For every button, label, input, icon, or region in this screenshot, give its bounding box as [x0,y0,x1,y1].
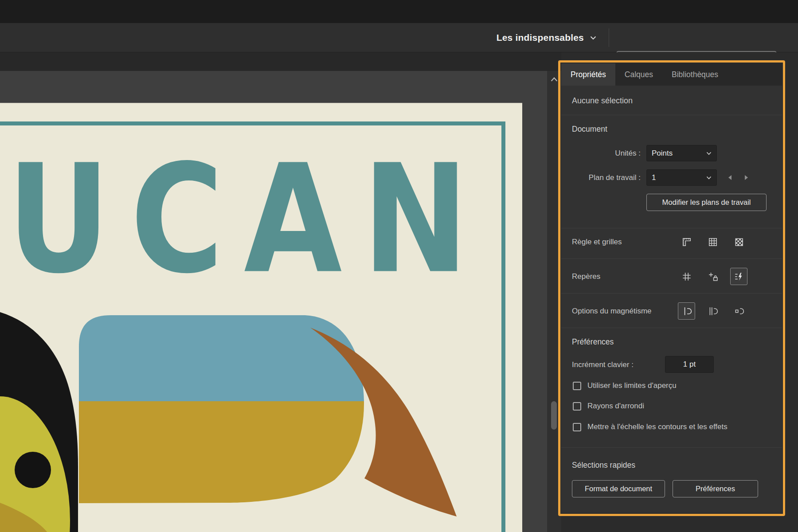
poster-frame-right [501,121,505,532]
selection-status: Aucune sélection [572,96,633,105]
poster-frame-top [0,121,505,125]
app-toolbar: Les indispensables [0,23,798,52]
guides-icon [681,271,692,282]
corner-radius-label: Rayons d'arrondi [587,402,644,411]
divider [561,447,782,448]
section-title-quick-actions: Sélections rapides [572,461,635,469]
toucan-eye [15,452,51,488]
divider [561,328,782,328]
previous-artboard-icon[interactable] [727,174,732,181]
vertical-scrollbar-thumb[interactable] [551,401,557,430]
units-dropdown[interactable]: Points [646,145,717,161]
keyboard-increment-input[interactable]: 1 pt [665,356,714,373]
divider [561,228,782,228]
smart-guides-button[interactable] [730,268,747,285]
units-value: Points [652,149,673,158]
snap-to-grid-icon [708,306,718,317]
corner-radius-checkbox-row[interactable]: Rayons d'arrondi [573,401,644,411]
edit-artboards-button[interactable]: Modifier les plans de travail [646,194,767,211]
checkbox-unchecked[interactable] [573,382,581,390]
rulers-grids-label: Règle et grilles [572,238,622,246]
artboard[interactable]: UCAN [0,103,522,532]
keyboard-increment-label: Incrément clavier : [572,360,634,369]
artboard-label: Plan de travail : [589,173,641,182]
show-guides-button[interactable] [678,268,695,285]
toucan-beak-lower [79,401,364,503]
grid-icon [708,237,718,247]
smart-guides-icon [734,271,744,282]
poster-headline: UCAN [7,145,489,294]
snap-to-point-icon [681,306,692,317]
scale-strokes-effects-label: Mettre à l'échelle les contours et les e… [587,422,728,431]
preview-bounds-checkbox-row[interactable]: Utiliser les limites d'aperçu [573,380,677,391]
artboard-dropdown[interactable]: 1 [646,169,717,186]
divider [561,293,782,293]
section-title-document: Document [572,125,607,133]
units-label: Unités : [615,149,641,158]
checkbox-unchecked[interactable] [573,423,581,431]
next-artboard-icon[interactable] [744,174,749,181]
toggle-transparency-grid-button[interactable] [730,233,747,250]
illustrator-window: Les indispensables » [0,0,798,532]
chevron-down-icon [706,152,712,155]
corner-ruler-icon [681,237,692,247]
keyboard-increment-value: 1 pt [683,360,696,369]
chevron-down-icon [590,35,596,40]
divider [561,258,782,259]
workspace-switcher[interactable]: Les indispensables [497,23,596,52]
toggle-rulers-button[interactable] [678,233,695,250]
scale-strokes-effects-checkbox-row[interactable]: Mettre à l'échelle les contours et les e… [573,422,728,432]
panel-tabbar: Propriétés Calques Bibliothèques [561,63,782,86]
snap-to-pixel-icon [734,306,744,317]
section-title-preferences: Préférences [572,337,614,346]
window-titlebar [0,0,798,23]
checkbox-unchecked[interactable] [573,402,581,411]
lock-guides-icon [708,271,718,282]
snap-to-grid-button[interactable] [704,302,721,320]
snap-to-pixel-button[interactable] [730,302,747,320]
document-setup-button[interactable]: Format de document [572,480,665,497]
transparency-grid-icon [734,237,744,247]
toggle-grid-button[interactable] [704,233,721,250]
snap-to-point-button[interactable] [678,302,695,320]
guides-label: Repères [572,272,600,281]
tab-bibliotheques[interactable]: Bibliothèques [662,63,728,86]
tab-calques[interactable]: Calques [615,63,662,86]
artboard-value: 1 [652,173,656,182]
chevron-down-icon [706,176,712,180]
divider [561,115,782,115]
lock-guides-button[interactable] [704,268,721,285]
properties-panel: Propriétés Calques Bibliothèques Aucune … [561,63,782,513]
canvas[interactable]: UCAN [0,71,547,532]
snapping-label: Options du magnétisme [572,307,652,315]
tab-proprietes[interactable]: Propriétés [561,63,615,86]
toolbar-separator [609,28,609,47]
preferences-button[interactable]: Préférences [673,480,758,497]
toucan-beak-upper [79,315,364,401]
canvas-scroll-gutter [547,71,561,532]
workspace-switcher-label: Les indispensables [497,32,584,43]
preview-bounds-label: Utiliser les limites d'aperçu [587,381,677,390]
scroll-up-icon[interactable] [550,76,558,82]
